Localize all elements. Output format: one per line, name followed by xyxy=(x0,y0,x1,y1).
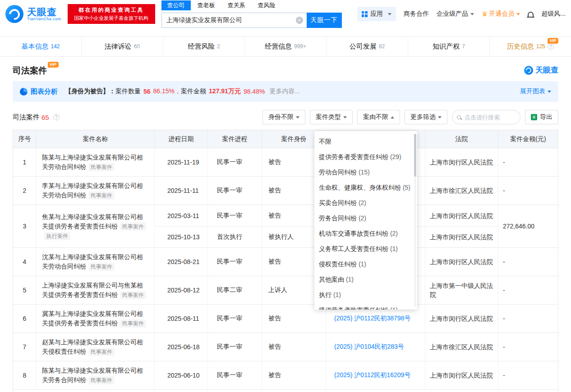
search-tab-company[interactable]: 查公司 xyxy=(161,0,191,10)
dropdown-option[interactable]: 劳动合同纠纷 (15) xyxy=(314,164,417,180)
case-number-link[interactable]: (2025) 沪0112民初38798号 xyxy=(334,315,410,323)
table-header-row: 序号案件名称进程日期案件进程案件身份案号法院案件金额(元) xyxy=(13,130,558,148)
table-search-box[interactable] xyxy=(452,110,520,124)
case-process-entry: 2025-06-10民事一审被告(2025) 沪0112民初16209号上海市闵… xyxy=(155,361,498,389)
chart-analysis-label[interactable]: 图表分析 xyxy=(31,87,58,96)
case-type-tag: 民事案件 xyxy=(88,163,115,171)
tab-count: 60 xyxy=(134,43,140,50)
analysis-prefix: 【身份为被告】： xyxy=(65,87,115,96)
case-index: 3 xyxy=(13,205,37,247)
logo-brand: 天眼查 xyxy=(27,7,61,17)
dropdown-option[interactable]: 不限 xyxy=(314,134,417,149)
expand-chart-button[interactable]: 展开图表 xyxy=(520,87,551,96)
tab-operating-risk[interactable]: 经营风险2 xyxy=(163,36,244,56)
tianyancha-logo[interactable]: 天眼查 TianYanCha.com xyxy=(5,5,61,23)
stat2-value: 127.91万元 xyxy=(209,87,241,96)
case-type-tag: 民事案件 xyxy=(120,291,146,299)
more-content-link[interactable]: 更多内容... xyxy=(269,87,300,96)
dropdown-option[interactable]: 劳务合同纠纷 (2) xyxy=(314,210,417,226)
apps-menu[interactable]: 应用 xyxy=(357,7,396,21)
dropdown-option[interactable]: 提供劳务者致害责任纠纷 (1) xyxy=(314,302,417,310)
dropdown-option[interactable]: 其他案由 (1) xyxy=(314,272,417,287)
filter-group: 身份不限案件类型案由不限更多筛选 xyxy=(262,110,447,124)
search-button[interactable]: 天眼一下 xyxy=(307,13,342,28)
cases-table: 序号案件名称进程日期案件进程案件身份案号法院案件金额(元) 1陈某与上海绿捷实业… xyxy=(13,130,558,392)
case-amount: - xyxy=(498,276,558,304)
filter-identity[interactable]: 身份不限 xyxy=(262,110,305,124)
tab-label: 基本信息 xyxy=(21,42,48,51)
nav-super-risk[interactable]: 超级风... xyxy=(541,10,566,18)
case-amount: - xyxy=(498,248,558,276)
dropdown-option[interactable]: 侵权责任纠纷 (1) xyxy=(314,256,417,272)
tab-label: 知识产权 xyxy=(433,42,460,51)
tab-count: 999+ xyxy=(294,43,306,50)
case-number-link[interactable]: (2025) 沪0104民初283号 xyxy=(334,343,404,351)
chevron-down-icon xyxy=(343,116,347,120)
chart-analysis-bar: 图表分析 【身份为被告】： 案件数量 56 86.15%， 案件金额 127.9… xyxy=(13,81,558,102)
case-name-cell: 冀某与上海绿捷实业发展有限公司相关提供劳务者受害责任纠纷民事案件 xyxy=(37,305,155,333)
watermark-text: 天眼查 xyxy=(535,65,558,75)
search-tab-boss[interactable]: 查老板 xyxy=(192,0,221,10)
chevron-up-icon xyxy=(391,114,394,119)
tab-label: 法律诉讼 xyxy=(105,42,132,51)
watermark-logo: 天眼查 xyxy=(524,65,558,75)
nav-business-cooperation[interactable]: 商务合作 xyxy=(404,10,429,18)
case-stage: 民事一审 xyxy=(208,248,262,276)
court-name: 上海市闵行区人民法院 xyxy=(425,148,498,176)
table-search-input[interactable] xyxy=(464,114,516,121)
tianyancha-legal-cases-page: 天眼查 TianYanCha.com 都在用的商业查询工具 国家中小企业发展子基… xyxy=(0,0,571,392)
tianyancha-logo-icon xyxy=(5,5,23,23)
dropdown-option[interactable]: 机动车交通事故责任纠纷 (2) xyxy=(314,226,417,241)
search-tab-risk[interactable]: 查风险 xyxy=(252,0,281,10)
company-search-input[interactable] xyxy=(161,13,307,28)
export-button[interactable]: 导出 xyxy=(525,110,558,124)
tab-count: 7 xyxy=(462,43,465,50)
court-name: 上海市闵行区人民法院 xyxy=(425,361,498,389)
apps-menu-label: 应用 xyxy=(370,10,383,18)
case-type-tag: 民事案件 xyxy=(88,376,115,384)
clear-search-icon[interactable]: × xyxy=(296,17,303,24)
nav-vip-upgrade[interactable]: ♛ 开通会员 xyxy=(482,10,520,18)
chevron-down-icon xyxy=(516,13,520,17)
nav-enterprise-products[interactable]: 企业级产品 xyxy=(437,10,474,18)
search-icon xyxy=(457,115,461,119)
dropdown-option[interactable]: 生命权、健康权、身体权纠纷 (5) xyxy=(314,180,417,195)
court-name: 上海市闵行区人民法院 xyxy=(425,248,498,276)
process-date: 2025-03-11 xyxy=(155,205,208,226)
dropdown-option[interactable]: 执行 (1) xyxy=(314,287,417,302)
company-section-tabs: 基本信息142法律诉讼60经营风险2经营信息999+公司发展82知识产权7历史信… xyxy=(0,36,571,57)
dropdown-scrollbar-thumb[interactable] xyxy=(414,134,416,177)
case-name-cell: 陈某与上海绿捷实业发展有限公司相关劳务合同纠纷民事案件 xyxy=(37,361,155,389)
filter-case-type[interactable]: 案件类型 xyxy=(310,110,353,124)
case-number-link[interactable]: (2025) 沪0112民初16209号 xyxy=(334,371,410,379)
case-index: 4 xyxy=(13,248,37,276)
search-tab-relation[interactable]: 查关系 xyxy=(222,0,251,10)
tab-legal-proceedings[interactable]: 法律诉讼60 xyxy=(81,36,163,56)
help-icon[interactable]: ? xyxy=(548,43,554,50)
table-row: 7赵某与上海绿捷实业发展有限公司相关侵权责任纠纷民事案件2025-06-18民事… xyxy=(13,333,558,361)
case-amount: 272,646.00 xyxy=(498,205,558,247)
case-amount: - xyxy=(498,177,558,205)
case-name-cell: 赵某与上海绿捷实业发展有限公司相关侵权责任纠纷民事案件 xyxy=(37,333,155,361)
stat1-pct: 86.15%， xyxy=(153,87,181,96)
tab-business-info[interactable]: 经营信息999+ xyxy=(244,36,326,56)
case-name-cell: 李某与上海绿捷实业发展有限公司相关劳动合同纠纷民事案件 xyxy=(37,177,155,205)
promo-line-2: 国家中小企业发展子基金旗下机构 xyxy=(68,15,155,22)
notifications-bell-icon[interactable] xyxy=(528,10,534,18)
tab-history-info[interactable]: 历史信息125VIP? xyxy=(489,36,571,56)
help-icon[interactable]: ? xyxy=(53,114,60,120)
case-amount: - xyxy=(498,361,558,389)
tab-basic-info[interactable]: 基本信息142 xyxy=(0,36,81,56)
dropdown-option[interactable]: 提供劳务者受害责任纠纷 (29) xyxy=(314,149,417,164)
vip-badge: VIP xyxy=(48,62,59,68)
table-row: 4沈某与上海绿捷实业发展有限公司相关劳动合同纠纷民事案件2025-08-21民事… xyxy=(13,248,558,276)
column-header: 序号 xyxy=(13,130,37,148)
filter-more-filters[interactable]: 更多筛选 xyxy=(405,110,447,124)
tab-intellectual-property[interactable]: 知识产权7 xyxy=(408,36,489,56)
dropdown-option[interactable]: 义务帮工人受害责任纠纷 (1) xyxy=(314,241,417,256)
dropdown-option[interactable]: 买卖合同纠纷 (2) xyxy=(314,195,417,210)
tab-company-development[interactable]: 公司发展82 xyxy=(326,36,408,56)
filter-case-reason[interactable]: 案由不限 xyxy=(357,110,400,124)
process-date: 2025-06-18 xyxy=(155,333,208,361)
chevron-down-icon xyxy=(470,13,474,17)
